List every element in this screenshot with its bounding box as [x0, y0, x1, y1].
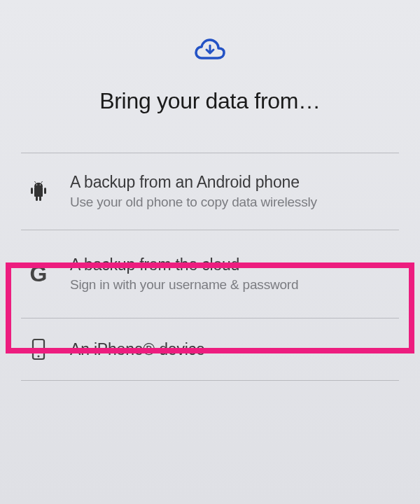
svg-rect-5	[31, 188, 33, 194]
option-cloud-backup[interactable]: G A backup from the cloud Sign in with y…	[21, 230, 399, 318]
svg-point-2	[40, 184, 41, 186]
svg-rect-0	[34, 187, 43, 197]
svg-point-10	[38, 356, 40, 358]
option-title: An iPhone® device	[70, 340, 392, 359]
option-title: A backup from an Android phone	[70, 173, 392, 192]
android-icon	[24, 181, 52, 202]
svg-point-1	[36, 184, 38, 186]
svg-rect-7	[36, 196, 38, 201]
cloud-download-icon	[21, 38, 399, 64]
option-android-backup[interactable]: A backup from an Android phone Use your …	[21, 153, 399, 230]
option-iphone[interactable]: An iPhone® device	[21, 318, 399, 381]
svg-rect-6	[44, 188, 46, 194]
svg-line-4	[41, 181, 43, 183]
iphone-icon	[24, 338, 52, 360]
svg-rect-8	[39, 196, 41, 201]
page-title: Bring your data from…	[21, 88, 399, 114]
google-g-icon: G	[24, 261, 52, 287]
option-title: A backup from the cloud	[70, 255, 392, 274]
svg-line-3	[34, 181, 36, 183]
option-subtitle: Use your old phone to copy data wireless…	[70, 195, 392, 210]
option-subtitle: Sign in with your username & password	[70, 277, 392, 293]
